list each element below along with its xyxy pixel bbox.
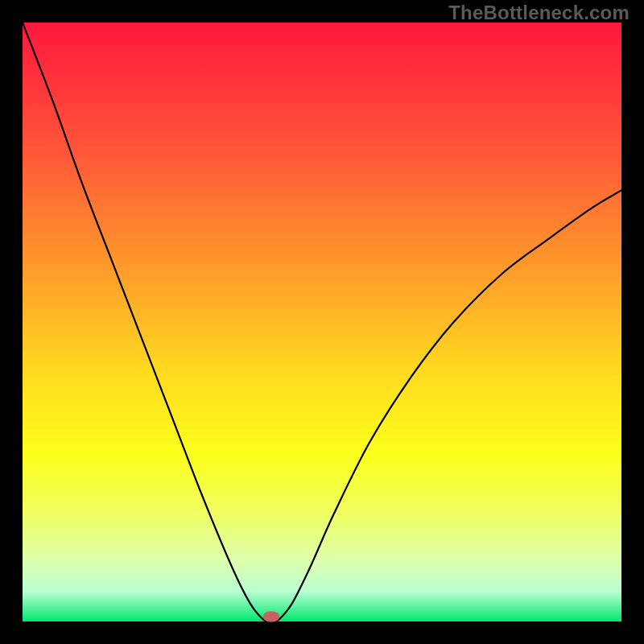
chart-frame: TheBottleneck.com (0, 0, 644, 644)
optimal-marker (263, 612, 279, 622)
bottleneck-curve (23, 23, 621, 621)
plot-area (23, 23, 621, 621)
curve-svg (23, 23, 621, 621)
watermark-text: TheBottleneck.com (448, 2, 630, 24)
